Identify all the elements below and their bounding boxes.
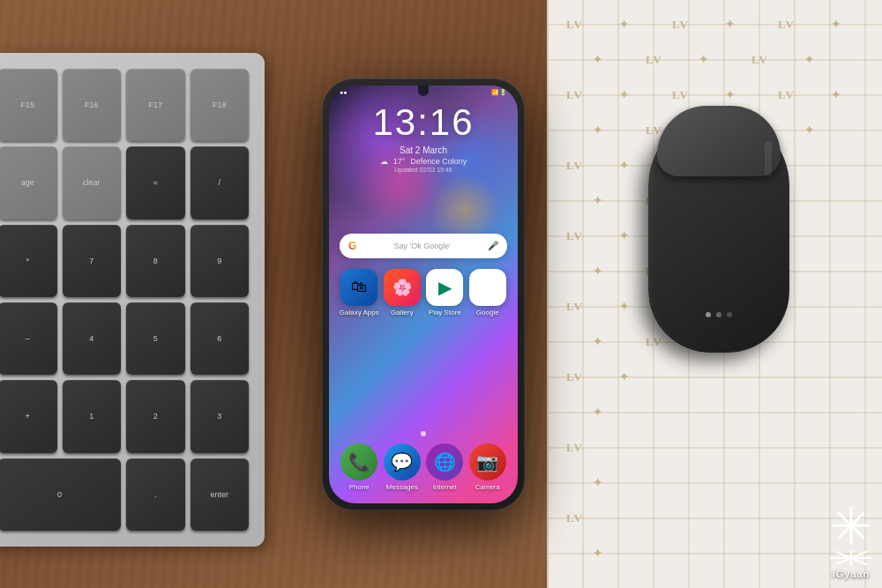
phone-wrapper: ●● 📶🔋 13:16 Sat 2 March ☁ 17° Defence Co…: [322, 78, 525, 510]
app-gallery[interactable]: 🌸 Gallery: [381, 269, 423, 316]
key-clear[interactable]: clear: [63, 146, 122, 219]
key-nine[interactable]: 9: [191, 225, 250, 297]
phone-screen[interactable]: ●● 📶🔋 13:16 Sat 2 March ☁ 17° Defence Co…: [329, 86, 518, 503]
key-age[interactable]: age: [0, 146, 57, 219]
lv-logo: ✦: [619, 18, 630, 32]
key-two[interactable]: 2: [126, 380, 185, 452]
lv-logo: LV: [566, 229, 583, 243]
lv-logo: ✦: [619, 229, 630, 243]
lv-logo: ✦: [619, 370, 630, 384]
lv-logo: ✦: [725, 18, 736, 32]
app-label-google: Google: [476, 309, 499, 316]
weather-location: Defence Colony: [410, 157, 467, 166]
lv-logo: LV: [566, 88, 583, 102]
pager-indicator: [421, 431, 426, 436]
mouse-body: [648, 115, 789, 353]
mouse-lid: [657, 106, 781, 176]
lv-logo: ✦: [804, 123, 815, 138]
lv-logo: ✦: [619, 88, 630, 102]
dock-internet[interactable]: 🌐 Internet: [423, 443, 466, 491]
key-three[interactable]: 3: [191, 380, 250, 452]
lv-logo: ✦: [699, 53, 709, 67]
dock-label-messages: Messages: [386, 483, 418, 491]
weather-temp: 17°: [393, 157, 406, 166]
key-six[interactable]: 6: [191, 302, 250, 375]
weather-icon: ☁: [380, 157, 388, 166]
key-plus[interactable]: +: [0, 380, 57, 452]
dock-icon-camera: 📷: [469, 443, 506, 480]
google-icon: G: [348, 240, 356, 252]
dock-label-camera: Camera: [475, 483, 500, 491]
lv-logo: ✦: [593, 547, 603, 561]
key-seven[interactable]: 7: [63, 225, 122, 297]
phone-device: ●● 📶🔋 13:16 Sat 2 March ☁ 17° Defence Co…: [322, 78, 525, 510]
lv-logo: ✦: [619, 300, 630, 314]
mouse-reflection: [765, 141, 772, 176]
key-minus[interactable]: –: [0, 302, 57, 375]
dock-label-internet: Internet: [433, 483, 457, 491]
status-bar: ●● 📶🔋: [340, 89, 507, 96]
app-label-gallery: Gallery: [391, 309, 413, 316]
app-label-galaxy: Galaxy Apps: [340, 309, 379, 316]
key-f16[interactable]: F16: [63, 69, 122, 141]
lv-logo: LV: [566, 300, 583, 314]
lv-logo: ✦: [831, 88, 841, 102]
key-one[interactable]: 1: [63, 380, 122, 452]
lv-logo: ✦: [593, 264, 603, 279]
key-five[interactable]: 5: [126, 302, 185, 375]
mic-icon: 🎤: [488, 241, 498, 250]
lv-logo: LV: [672, 18, 689, 32]
key-four[interactable]: 4: [63, 302, 122, 375]
clock-time: 13:16: [329, 101, 518, 144]
mouse-device: [635, 115, 803, 414]
app-label-playstore: Play Store: [429, 309, 461, 316]
keyboard-grid: F15 F16 F17 F18 age clear = / * 7 8 9 – …: [0, 62, 256, 538]
dock-icon-messages: 💬: [384, 443, 421, 480]
dock-label-phone: Phone: [349, 483, 370, 491]
dock-phone[interactable]: 📞 Phone: [338, 443, 380, 491]
bottom-dock: 📞 Phone 💬 Messages 🌐 Internet 📷 Camera: [329, 443, 518, 491]
mouse-leds: [706, 312, 732, 317]
lv-logo: LV: [566, 370, 583, 384]
lv-logo: LV: [566, 18, 583, 32]
lv-logo: LV: [646, 53, 662, 67]
key-dot[interactable]: .: [126, 458, 185, 531]
key-star[interactable]: *: [0, 225, 57, 297]
key-f15[interactable]: F15: [0, 69, 57, 141]
key-enter[interactable]: enter: [191, 458, 250, 531]
dock-icon-phone: 📞: [340, 443, 377, 480]
key-eight[interactable]: 8: [126, 225, 185, 297]
key-slash[interactable]: /: [191, 146, 250, 219]
lv-logo: ✦: [593, 406, 603, 420]
key-f17[interactable]: F17: [126, 69, 185, 141]
dock-messages[interactable]: 💬 Messages: [381, 443, 423, 491]
status-bar-right: 📶🔋: [491, 89, 507, 96]
app-icon-playstore: ▶: [426, 269, 463, 306]
status-bar-left: ●●: [340, 89, 347, 95]
key-equals[interactable]: =: [126, 146, 185, 219]
lv-logo: ✦: [593, 123, 603, 138]
weather-row: ☁ 17° Defence Colony: [329, 157, 518, 166]
app-google[interactable]: Google: [467, 269, 509, 316]
lv-logo: LV: [778, 88, 795, 102]
search-bar[interactable]: G Say 'Ok Google' 🎤: [340, 234, 507, 258]
key-f18[interactable]: F18: [191, 69, 250, 141]
lv-logo: ✦: [619, 159, 630, 173]
app-icon-gallery: 🌸: [384, 269, 421, 306]
app-playstore[interactable]: ▶ Play Store: [423, 269, 466, 316]
igyaan-second-icon: [829, 549, 873, 567]
lv-logo: LV: [566, 441, 583, 455]
lv-logo: LV: [566, 159, 583, 173]
app-galaxy-apps[interactable]: 🛍 Galaxy Apps: [338, 269, 380, 316]
dock-camera[interactable]: 📷 Camera: [467, 443, 509, 491]
search-placeholder: Say 'Ok Google': [362, 242, 482, 250]
app-icon-google: [469, 269, 506, 306]
dock-icon-internet: 🌐: [426, 443, 463, 480]
lv-logo: ✦: [831, 18, 841, 32]
lv-logo: ✦: [804, 53, 815, 67]
lv-logo: ✦: [593, 476, 603, 490]
lv-logo: ✦: [593, 335, 603, 349]
lv-logo: LV: [566, 511, 583, 525]
key-zero[interactable]: 0: [0, 458, 121, 531]
clock-date: Sat 2 March: [329, 145, 518, 155]
